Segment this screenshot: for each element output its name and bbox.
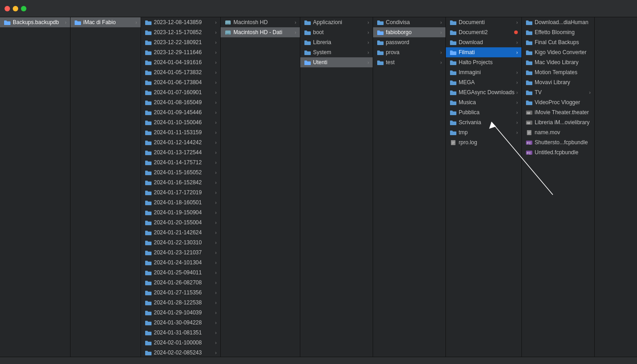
list-item[interactable]: TV›: [522, 87, 594, 97]
item-label: Musica: [459, 99, 515, 106]
item-label: Libreria iM...ovielibrary: [535, 119, 591, 126]
list-item[interactable]: 2024-01-14-175712›: [141, 157, 220, 167]
list-item[interactable]: 2024-01-08-165049›: [141, 97, 220, 107]
list-item[interactable]: MEGAsync Downloads›: [446, 87, 521, 97]
column-col-macos2[interactable]: Applicazioni› boot› Libreria› System› Ut…: [300, 17, 373, 357]
list-item[interactable]: Kigo Video Converter: [522, 47, 594, 57]
list-item[interactable]: Final Cut Backups: [522, 37, 594, 47]
column-col-dates[interactable]: 2023-12-08-143859› 2023-12-15-170852› 20…: [141, 17, 221, 357]
list-item[interactable]: Applicazioni›: [300, 17, 373, 27]
list-item[interactable]: 2024-01-26-082708›: [141, 278, 220, 288]
list-item[interactable]: Download›: [446, 37, 521, 47]
column-col-macos[interactable]: Macintosh HD› Macintosh HD - Dati›: [221, 17, 300, 357]
list-item[interactable]: Mac Video Library: [522, 57, 594, 67]
list-item[interactable]: Filmati›: [446, 47, 521, 57]
folder-icon: [450, 90, 457, 96]
list-item[interactable]: 2024-01-11-153159›: [141, 127, 220, 137]
columns-container[interactable]: Backups.backupdb› iMac di Fabio› 2023-12…: [0, 17, 637, 357]
list-item[interactable]: rpro.log: [446, 137, 521, 147]
list-item[interactable]: 2024-01-30-094228›: [141, 318, 220, 328]
bottom-bar: [0, 357, 637, 364]
list-item[interactable]: 2024-01-23-121037›: [141, 248, 220, 258]
list-item[interactable]: Motion Templates: [522, 67, 594, 77]
chevron-right-icon: ›: [516, 100, 518, 105]
list-item[interactable]: Documenti2: [446, 27, 521, 37]
list-item[interactable]: iMac di Fabio›: [71, 17, 141, 27]
list-item[interactable]: test›: [373, 57, 445, 67]
list-item[interactable]: Immagini›: [446, 67, 521, 77]
list-item[interactable]: 2024-01-21-142624›: [141, 228, 220, 238]
list-item[interactable]: password: [373, 37, 445, 47]
list-item[interactable]: 2024-01-22-130310›: [141, 238, 220, 248]
list-item[interactable]: Backups.backupdb›: [0, 17, 70, 27]
list-item[interactable]: Documenti›: [446, 17, 521, 27]
list-item[interactable]: 2024-01-24-101304›: [141, 258, 220, 268]
close-button[interactable]: [5, 6, 10, 11]
item-label: tmp: [459, 129, 515, 136]
list-item[interactable]: 2023-12-22-180921›: [141, 37, 220, 47]
chevron-right-icon: ›: [215, 30, 217, 35]
list-item[interactable]: Pubblica›: [446, 107, 521, 117]
list-item[interactable]: 2023-12-08-143859›: [141, 17, 220, 27]
list-item[interactable]: MEGA›: [446, 77, 521, 87]
list-item[interactable]: Musica›: [446, 97, 521, 107]
column-col-imac[interactable]: iMac di Fabio›: [71, 17, 141, 357]
maximize-button[interactable]: [21, 6, 26, 11]
list-item[interactable]: 2024-01-25-094011›: [141, 268, 220, 278]
column-col-utenti[interactable]: Condivisa› fabioborgo› password prova› t…: [373, 17, 446, 357]
list-item[interactable]: Condivisa›: [373, 17, 445, 27]
list-item[interactable]: 2024-01-07-160901›: [141, 87, 220, 97]
column-col-backups[interactable]: Backups.backupdb›: [0, 17, 71, 357]
list-item[interactable]: iM iMovie Theater.theater: [522, 107, 594, 117]
list-item[interactable]: 2024-02-02-085243›: [141, 348, 220, 357]
item-label: 2024-02-02-085243: [154, 349, 213, 356]
column-col-fabio[interactable]: Documenti› Documenti2 Download› Filmati›…: [446, 17, 522, 357]
item-label: Movavi Library: [535, 79, 591, 86]
list-item[interactable]: VideoProc Vlogger: [522, 97, 594, 107]
list-item[interactable]: 2024-01-12-144242›: [141, 137, 220, 147]
list-item[interactable]: Scrivania›: [446, 117, 521, 127]
list-item[interactable]: 2024-01-20-155004›: [141, 217, 220, 228]
list-item[interactable]: 2024-01-15-165052›: [141, 167, 220, 177]
list-item[interactable]: prova›: [373, 47, 445, 57]
list-item[interactable]: 2024-01-10-150046›: [141, 117, 220, 127]
list-item[interactable]: FC Shuttersto...fcpbundle: [522, 137, 594, 147]
list-item[interactable]: Download...diaHuman: [522, 17, 594, 27]
list-item[interactable]: 2024-01-13-172544›: [141, 147, 220, 157]
list-item[interactable]: 2023-12-15-170852›: [141, 27, 220, 37]
list-item[interactable]: Movavi Library: [522, 77, 594, 87]
list-item[interactable]: 2024-01-18-160501›: [141, 197, 220, 207]
list-item[interactable]: Effetto Blooming: [522, 27, 594, 37]
list-item[interactable]: 2024-01-04-191616›: [141, 57, 220, 67]
list-item[interactable]: 2024-01-16-152842›: [141, 177, 220, 187]
list-item[interactable]: tmp›: [446, 127, 521, 137]
list-item[interactable]: 2024-01-29-104039›: [141, 308, 220, 318]
disk-icon: [224, 20, 232, 25]
list-item[interactable]: 2024-01-27-115356›: [141, 288, 220, 298]
list-item[interactable]: 2024-01-17-172019›: [141, 187, 220, 197]
list-item[interactable]: fabioborgo›: [373, 27, 445, 37]
minimize-button[interactable]: [13, 6, 18, 11]
chevron-right-icon: ›: [215, 150, 217, 155]
list-item[interactable]: System›: [300, 47, 373, 57]
folder-icon: [526, 30, 533, 35]
column-col-filmati[interactable]: Download...diaHuman Effetto Blooming Fin…: [522, 17, 595, 357]
list-item[interactable]: name.mov: [522, 127, 594, 137]
list-item[interactable]: Libreria›: [300, 37, 373, 47]
folder-icon: [145, 180, 152, 186]
list-item[interactable]: 2024-01-28-122538›: [141, 298, 220, 308]
list-item[interactable]: FC Untitled.fcpbundle: [522, 147, 594, 157]
list-item[interactable]: Utenti›: [300, 57, 373, 67]
list-item[interactable]: Macintosh HD›: [221, 17, 300, 27]
list-item[interactable]: Macintosh HD - Dati›: [221, 27, 300, 37]
list-item[interactable]: boot›: [300, 27, 373, 37]
list-item[interactable]: 2024-01-31-081351›: [141, 328, 220, 338]
list-item[interactable]: 2024-01-06-173804›: [141, 77, 220, 87]
list-item[interactable]: 2024-01-19-150904›: [141, 207, 220, 217]
list-item[interactable]: 2024-01-09-145446›: [141, 107, 220, 117]
list-item[interactable]: 2023-12-29-111646›: [141, 47, 220, 57]
list-item[interactable]: 2024-02-01-100008›: [141, 338, 220, 348]
list-item[interactable]: 2024-01-05-173832›: [141, 67, 220, 77]
list-item[interactable]: Halto Projects: [446, 57, 521, 67]
list-item[interactable]: iM Libreria iM...ovielibrary: [522, 117, 594, 127]
